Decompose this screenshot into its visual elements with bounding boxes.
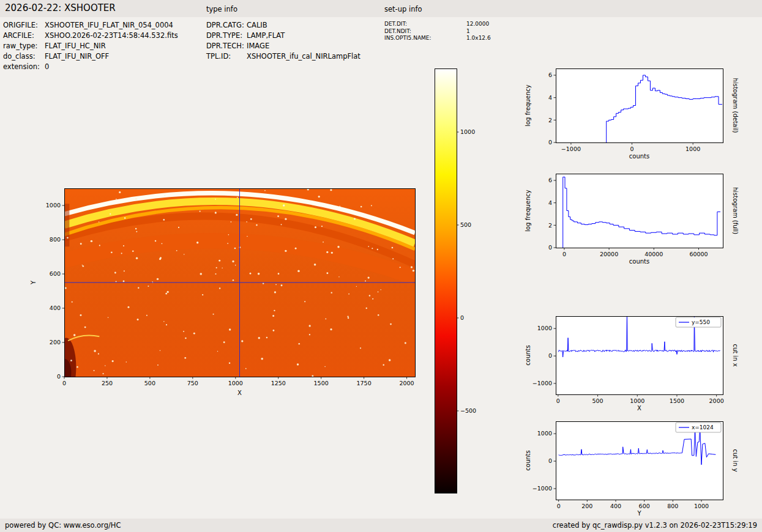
info-value: 1.0x12.6 [466, 35, 491, 42]
footer-credit-left: powered by QC: www.eso.org/HC [5, 519, 121, 532]
page-title: 2026-02-22: XSHOOTER [5, 2, 116, 13]
info-row: DPR.CATG:CALIB [206, 20, 360, 31]
info-row: DET.NDIT:1 [384, 28, 491, 35]
type-info-block: DPR.CATG:CALIBDPR.TYPE:LAMP,FLATDPR.TECH… [206, 20, 360, 62]
colorbar: 10005000−500 [432, 64, 480, 502]
svg-text:1000: 1000 [630, 397, 644, 404]
info-value: XSHOOTER_IFU_FLAT_NIR_054_0004 [45, 20, 173, 31]
svg-text:1000: 1000 [537, 325, 552, 331]
svg-text:1000: 1000 [685, 146, 700, 152]
info-row: do_class:FLAT_IFU_NIR_OFF [3, 51, 178, 62]
info-row: DPR.TYPE:LAMP,FLAT [206, 31, 360, 41]
svg-text:1000: 1000 [228, 380, 243, 386]
svg-text:Y: Y [30, 280, 37, 285]
info-row: DET.DIT:12.0000 [384, 21, 491, 28]
svg-text:1000: 1000 [537, 430, 552, 437]
info-row: ARCFILE:XSHOO.2026-02-23T14:58:44.532.fi… [3, 31, 178, 41]
svg-text:200: 200 [581, 503, 592, 509]
histogram-detail-plot: −1000010000246countslog frequencyhistogr… [524, 61, 741, 177]
svg-text:0: 0 [460, 314, 464, 321]
svg-text:y=550: y=550 [692, 319, 710, 325]
svg-text:500: 500 [592, 397, 603, 404]
raw-image-svg: 0250500750100012501500175020000200400600… [24, 175, 428, 410]
svg-text:4: 4 [548, 94, 552, 101]
info-row: TPL.ID:XSHOOTER_ifu_cal_NIRLampFlat [206, 51, 360, 62]
svg-text:400: 400 [50, 305, 61, 311]
info-key: do_class: [3, 51, 45, 62]
svg-text:1000: 1000 [694, 503, 709, 509]
svg-text:1500: 1500 [314, 380, 329, 386]
svg-text:−1000: −1000 [532, 380, 552, 386]
svg-text:500: 500 [144, 380, 155, 386]
info-value: FLAT_IFU_HC_NIR [45, 41, 106, 51]
qc-report-page: 2026-02-22: XSHOOTER type info set-up in… [0, 0, 762, 532]
cut-x-svg: 0500100015002000−100001000Xcountscut in … [524, 309, 741, 426]
info-row: ORIGFILE:XSHOOTER_IFU_FLAT_NIR_054_0004 [3, 20, 178, 31]
info-value: 0 [45, 62, 49, 72]
svg-text:600: 600 [50, 270, 61, 277]
svg-text:0: 0 [630, 146, 634, 152]
svg-text:600: 600 [639, 503, 650, 509]
info-key: INS.OPTI5.NAME: [384, 35, 466, 42]
info-key: extension: [3, 62, 45, 72]
svg-text:500: 500 [460, 221, 471, 228]
svg-text:Y: Y [637, 510, 641, 517]
svg-text:1250: 1250 [271, 380, 286, 386]
header-bar: 2026-02-22: XSHOOTER type info set-up in… [0, 0, 762, 17]
info-key: DET.NDIT: [384, 28, 466, 35]
info-key: ARCFILE: [3, 31, 45, 41]
svg-text:0: 0 [548, 244, 552, 251]
info-value: IMAGE [247, 41, 269, 51]
info-row: raw_type:FLAT_IFU_HC_NIR [3, 41, 178, 51]
svg-text:−500: −500 [460, 407, 476, 414]
cut-in-x-plot: 0500100015002000−100001000Xcountscut in … [524, 309, 741, 429]
info-value: XSHOOTER_ifu_cal_NIRLampFlat [247, 51, 360, 62]
svg-text:−1000: −1000 [561, 146, 581, 152]
info-key: DPR.TECH: [206, 41, 247, 51]
svg-text:2000: 2000 [399, 380, 414, 386]
svg-text:0: 0 [57, 373, 61, 380]
info-value: LAMP,FLAT [247, 31, 285, 41]
info-key: DET.DIT: [384, 21, 466, 28]
svg-text:−1000: −1000 [532, 485, 552, 492]
svg-text:x=1024: x=1024 [692, 424, 714, 430]
info-key: DPR.CATG: [206, 20, 247, 31]
info-key: TPL.ID: [206, 51, 247, 62]
info-row: extension:0 [3, 62, 178, 72]
svg-text:X: X [637, 405, 641, 412]
svg-text:60000: 60000 [689, 251, 708, 257]
svg-text:0: 0 [548, 457, 552, 464]
svg-text:1500: 1500 [670, 397, 684, 404]
svg-text:X: X [237, 390, 242, 396]
svg-text:1000: 1000 [460, 128, 475, 135]
svg-text:counts: counts [629, 153, 649, 160]
svg-text:cut in x: cut in x [732, 344, 739, 366]
svg-text:4: 4 [548, 199, 552, 206]
cut-in-y-plot: 02004006008001000−100001000Ycountscut in… [524, 414, 741, 532]
info-row: INS.OPTI5.NAME:1.0x12.6 [384, 35, 491, 42]
colorbar-svg: 10005000−500 [432, 64, 480, 500]
svg-text:counts: counts [629, 258, 649, 265]
svg-text:400: 400 [610, 503, 621, 509]
hist-full-svg: 02000040000600000246countslog frequencyh… [524, 166, 741, 279]
info-value: XSHOO.2026-02-23T14:58:44.532.fits [45, 31, 178, 41]
svg-text:0: 0 [562, 251, 566, 257]
svg-text:1750: 1750 [357, 380, 372, 386]
footer-credit-right: created by qc_rawdisp.py v1.2.3 on 2026-… [553, 519, 757, 532]
svg-text:800: 800 [50, 236, 61, 243]
svg-text:2000: 2000 [709, 397, 724, 404]
raw-image-plot: 0250500750100012501500175020000200400600… [24, 175, 428, 412]
svg-text:log frequency: log frequency [525, 190, 531, 232]
type-info-heading: type info [206, 5, 237, 13]
histogram-full-plot: 02000040000600000246countslog frequencyh… [524, 166, 741, 282]
info-key: ORIGFILE: [3, 20, 45, 31]
hist-detail-svg: −1000010000246countslog frequencyhistogr… [524, 61, 741, 174]
info-value: CALIB [247, 20, 267, 31]
svg-text:histogram (full): histogram (full) [732, 187, 739, 234]
setup-info-block: DET.DIT:12.0000DET.NDIT:1INS.OPTI5.NAME:… [384, 21, 491, 42]
info-value: FLAT_IFU_NIR_OFF [45, 51, 109, 62]
svg-text:0: 0 [548, 139, 552, 146]
info-value: 12.0000 [466, 21, 489, 28]
info-key: DPR.TYPE: [206, 31, 247, 41]
svg-text:counts: counts [525, 450, 531, 470]
